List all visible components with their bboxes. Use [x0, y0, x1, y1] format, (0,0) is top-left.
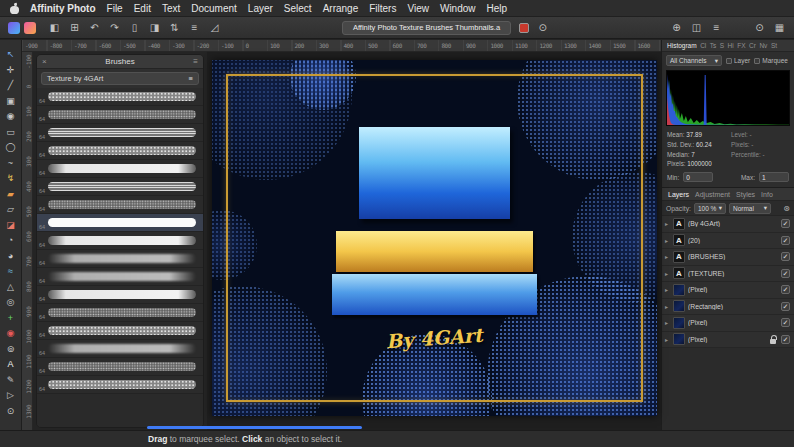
- snapshot-icon[interactable]: ⊞: [68, 22, 81, 33]
- min-input[interactable]: [683, 172, 713, 182]
- hamburger-menu-icon[interactable]: ≡: [710, 22, 723, 33]
- erase-tool[interactable]: ◪: [0, 219, 21, 233]
- layer-visibility-checkbox[interactable]: ✓: [781, 252, 790, 261]
- max-input[interactable]: [759, 172, 789, 182]
- layer-visibility-checkbox[interactable]: ✓: [781, 219, 790, 228]
- photo-persona[interactable]: [8, 22, 20, 34]
- selection-brush-tool[interactable]: ◉: [0, 110, 21, 124]
- brush-item[interactable]: 64: [37, 106, 203, 124]
- canvas-viewport[interactable]: 20 TEXTURE BRUSHES By 4GArt: [207, 52, 661, 430]
- expand-chevron-icon[interactable]: ▸: [665, 319, 670, 326]
- snapping-icon[interactable]: ⊕: [670, 22, 683, 33]
- horizontal-scrollbar[interactable]: [147, 426, 362, 429]
- smudge-tool[interactable]: ≈: [0, 265, 21, 279]
- menu-arrange[interactable]: Arrange: [323, 3, 359, 14]
- apple-menu-icon[interactable]: [10, 3, 19, 14]
- studio-toggle-icon[interactable]: ▦: [773, 22, 786, 33]
- brush-item[interactable]: 64: [37, 88, 203, 106]
- node-tool[interactable]: ▷: [0, 389, 21, 403]
- clone-tool[interactable]: ◎: [0, 296, 21, 310]
- menu-file[interactable]: File: [107, 3, 123, 14]
- layer-visibility-checkbox[interactable]: ✓: [781, 285, 790, 294]
- view-tool[interactable]: ✛: [0, 64, 21, 78]
- document-tab[interactable]: Affinity Photo Texture Brushes Thumbnail…: [342, 21, 511, 35]
- layer-row[interactable]: ▸(Pixel)✓: [662, 332, 794, 349]
- swatch-icon[interactable]: ◨: [148, 22, 161, 33]
- text-tool[interactable]: A: [0, 358, 21, 372]
- current-color-swatch[interactable]: [519, 23, 529, 33]
- expand-chevron-icon[interactable]: ▸: [665, 220, 670, 227]
- expand-chevron-icon[interactable]: ▸: [665, 336, 670, 343]
- order-icon[interactable]: ⇅: [168, 22, 181, 33]
- menu-filters[interactable]: Filters: [369, 3, 396, 14]
- layer-row[interactable]: ▸A(20)✓: [662, 233, 794, 250]
- liquify-persona[interactable]: [24, 22, 36, 34]
- brush-item[interactable]: 64: [37, 376, 203, 394]
- layer-row[interactable]: ▸A(BRUSHES)✓: [662, 249, 794, 266]
- expand-chevron-icon[interactable]: ▸: [665, 286, 670, 293]
- clipboard-icon[interactable]: ▯: [128, 22, 141, 33]
- layer-visibility-checkbox[interactable]: ✓: [781, 335, 790, 344]
- tab-styles[interactable]: Styles: [736, 191, 755, 198]
- menu-layer[interactable]: Layer: [248, 3, 273, 14]
- transform-icon[interactable]: ◿: [208, 22, 221, 33]
- panel-menu-icon[interactable]: ≡: [193, 57, 198, 66]
- brush-item[interactable]: 64: [37, 340, 203, 358]
- menu-window[interactable]: Window: [440, 3, 476, 14]
- studio-tab-ts[interactable]: Ts: [710, 42, 717, 49]
- brush-item[interactable]: 64: [37, 124, 203, 142]
- pen-tool[interactable]: ✎: [0, 374, 21, 388]
- assistant-icon[interactable]: ⊙: [536, 22, 549, 33]
- burn-tool[interactable]: ◕: [0, 250, 21, 264]
- menu-select[interactable]: Select: [284, 3, 312, 14]
- menu-document[interactable]: Document: [191, 3, 237, 14]
- layer-visibility-checkbox[interactable]: ✓: [781, 318, 790, 327]
- brush-item[interactable]: 64: [37, 304, 203, 322]
- menu-edit[interactable]: Edit: [134, 3, 151, 14]
- layer-row[interactable]: ▸A(TEXTURE)✓: [662, 266, 794, 283]
- split-view-icon[interactable]: ◫: [690, 22, 703, 33]
- menu-view[interactable]: View: [407, 3, 429, 14]
- expand-chevron-icon[interactable]: ▸: [665, 237, 670, 244]
- layer-toggle[interactable]: Layer: [726, 57, 750, 64]
- healing-tool[interactable]: +: [0, 312, 21, 326]
- studio-tab-fx[interactable]: FX: [737, 42, 745, 49]
- layer-row[interactable]: ▸(Pixel)✓: [662, 315, 794, 332]
- inpainting-tool[interactable]: ⊚: [0, 343, 21, 357]
- blend-mode-dropdown[interactable]: Normal ▾: [729, 203, 771, 214]
- rect-marquee-tool[interactable]: ▭: [0, 126, 21, 140]
- ellipse-marquee-tool[interactable]: ◯: [0, 141, 21, 155]
- sharpen-tool[interactable]: △: [0, 281, 21, 295]
- expand-chevron-icon[interactable]: ▸: [665, 303, 670, 310]
- color-profile-icon[interactable]: ◧: [48, 22, 61, 33]
- menu-text[interactable]: Text: [162, 3, 180, 14]
- red-eye-tool[interactable]: ◉: [0, 327, 21, 341]
- flood-select-tool[interactable]: ↯: [0, 172, 21, 186]
- tab-info[interactable]: Info: [761, 191, 773, 198]
- layer-row[interactable]: ▸A(By 4GArt)✓: [662, 216, 794, 233]
- marquee-toggle[interactable]: Marquee: [754, 57, 788, 64]
- align-icon[interactable]: ≡: [188, 22, 201, 33]
- layer-visibility-checkbox[interactable]: ✓: [781, 236, 790, 245]
- brush-item[interactable]: 64: [37, 286, 203, 304]
- undo-icon[interactable]: ↶: [88, 22, 101, 33]
- expand-chevron-icon[interactable]: ▸: [665, 270, 670, 277]
- channel-dropdown[interactable]: All Channels ▾: [666, 55, 722, 66]
- paint-brush-tool[interactable]: ▰: [0, 188, 21, 202]
- studio-tab-s[interactable]: S: [720, 42, 724, 49]
- brush-item[interactable]: 64: [37, 322, 203, 340]
- brush-item[interactable]: 64: [37, 268, 203, 286]
- brush-item[interactable]: 64: [37, 358, 203, 376]
- layer-row[interactable]: ▸(Rectangle)✓: [662, 299, 794, 316]
- color-picker-tool[interactable]: ╱: [0, 79, 21, 93]
- brush-item[interactable]: 64: [37, 214, 203, 232]
- tab-layers[interactable]: Layers: [668, 191, 689, 198]
- layer-row[interactable]: ▸(Pixel)✓: [662, 282, 794, 299]
- zoom-options-icon[interactable]: ⊙: [753, 22, 766, 33]
- redo-icon[interactable]: ↷: [108, 22, 121, 33]
- expand-chevron-icon[interactable]: ▸: [665, 253, 670, 260]
- brush-item[interactable]: 64: [37, 142, 203, 160]
- brush-item[interactable]: 64: [37, 232, 203, 250]
- menu-help[interactable]: Help: [487, 3, 508, 14]
- layer-visibility-checkbox[interactable]: ✓: [781, 269, 790, 278]
